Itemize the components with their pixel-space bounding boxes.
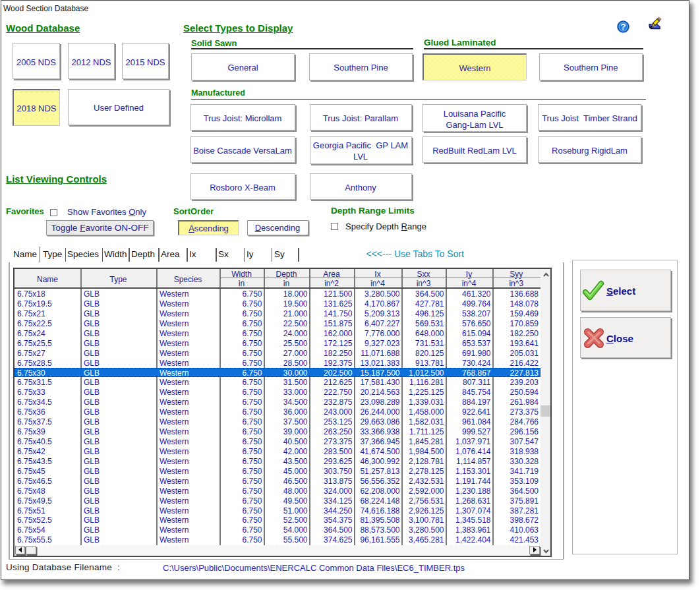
svg-text:?: ? (621, 22, 626, 32)
